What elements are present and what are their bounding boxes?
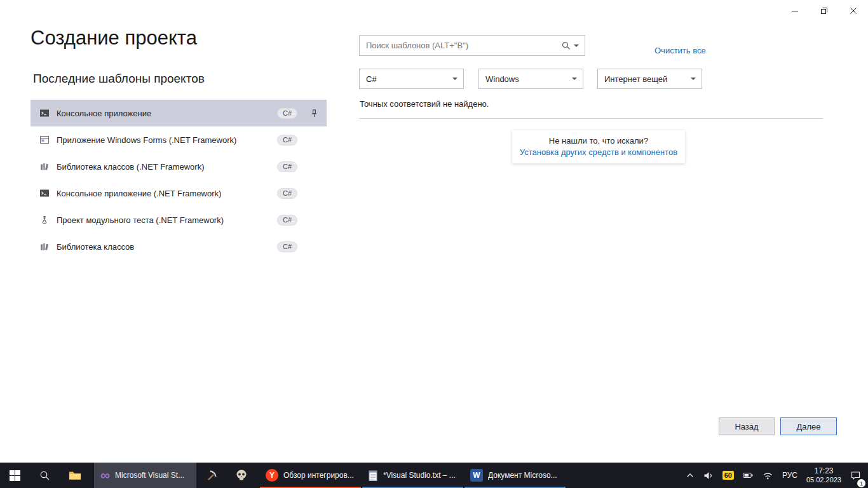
chevron-up-icon bbox=[686, 471, 695, 479]
taskbar-app-yandex-browser[interactable]: Y Обзор интегриров... bbox=[259, 463, 362, 488]
template-label: Проект модульного теста (.NET Framework) bbox=[57, 215, 277, 225]
search-icon bbox=[39, 470, 50, 481]
tray-overflow-button[interactable] bbox=[681, 463, 699, 488]
pickaxe-icon bbox=[205, 469, 218, 482]
screen: Создание проекта Последние шаблоны проек… bbox=[0, 0, 868, 488]
battery-percent-badge[interactable]: 60 bbox=[718, 463, 738, 488]
platform-filter-value: Windows bbox=[485, 74, 519, 84]
back-button[interactable]: Назад bbox=[719, 417, 775, 435]
language-badge: C# bbox=[277, 135, 297, 146]
template-label: Консольное приложение bbox=[57, 109, 277, 118]
winforms-app-icon bbox=[39, 135, 50, 145]
wifi-icon bbox=[763, 471, 773, 480]
platform-filter-dropdown[interactable]: Windows bbox=[478, 69, 583, 89]
restore-button[interactable] bbox=[810, 0, 839, 21]
template-label: Библиотека классов (.NET Framework) bbox=[57, 162, 277, 172]
language-badge: C# bbox=[277, 188, 297, 199]
skull-icon bbox=[235, 469, 248, 482]
language-badge: C# bbox=[277, 241, 297, 252]
yandex-browser-icon: Y bbox=[266, 469, 278, 482]
search-input[interactable] bbox=[360, 41, 561, 50]
project-type-filter-dropdown[interactable]: Интернет вещей bbox=[597, 69, 702, 89]
template-label: Приложение Windows Forms (.NET Framework… bbox=[57, 135, 277, 145]
tray-date: 05.02.2023 bbox=[806, 475, 841, 484]
template-label: Консольное приложение (.NET Framework) bbox=[57, 189, 277, 198]
taskbar-app-label: Обзор интегриров... bbox=[283, 471, 354, 480]
battery-button[interactable] bbox=[738, 463, 758, 488]
minimize-icon bbox=[790, 6, 800, 16]
install-components-link[interactable]: Установка других средств и компонентов bbox=[519, 147, 679, 157]
chevron-down-icon bbox=[452, 78, 458, 83]
template-row-console-app-netfx[interactable]: Консольное приложение (.NET Framework) C… bbox=[31, 180, 327, 207]
chevron-down-icon bbox=[572, 78, 577, 83]
language-badge: C# bbox=[277, 161, 297, 172]
template-row-unit-test-netfx[interactable]: Проект модульного теста (.NET Framework)… bbox=[31, 207, 327, 233]
language-badge: C# bbox=[277, 108, 297, 119]
folder-icon bbox=[69, 470, 81, 481]
restore-icon bbox=[819, 6, 829, 16]
unit-test-icon bbox=[39, 215, 50, 225]
template-label: Библиотека классов bbox=[57, 242, 277, 252]
search-icon bbox=[561, 41, 571, 50]
taskbar-app-word[interactable]: W Документ Microso... bbox=[464, 463, 566, 488]
taskbar-app-skull-game[interactable] bbox=[226, 463, 256, 488]
clear-all-link[interactable]: Очистить все bbox=[654, 46, 706, 55]
minimize-button[interactable] bbox=[780, 0, 810, 21]
results-divider bbox=[359, 118, 823, 119]
action-center-button[interactable]: 1 bbox=[846, 463, 865, 488]
speaker-icon bbox=[703, 471, 714, 480]
language-code: РУС bbox=[782, 471, 797, 480]
pin-icon[interactable] bbox=[305, 109, 323, 118]
battery-icon bbox=[743, 470, 754, 480]
language-badge: C# bbox=[277, 215, 297, 226]
console-app-icon bbox=[39, 108, 50, 118]
system-tray: 60 РУС 17:23 05.02.2023 1 bbox=[681, 463, 868, 488]
taskbar-app-pickaxe-game[interactable] bbox=[196, 463, 226, 488]
project-type-filter-value: Интернет вещей bbox=[604, 74, 667, 84]
volume-button[interactable] bbox=[699, 463, 718, 488]
taskbar: ∞ Microsoft Visual St... Y Обзор интегри… bbox=[0, 463, 868, 488]
recent-template-list: Консольное приложение C# Приложение Wind… bbox=[31, 100, 327, 260]
language-indicator[interactable]: РУС bbox=[778, 463, 802, 488]
start-button[interactable] bbox=[0, 463, 30, 488]
language-filter-dropdown[interactable]: C# bbox=[359, 69, 464, 89]
close-icon bbox=[848, 6, 858, 16]
template-row-class-library[interactable]: Библиотека классов C# bbox=[31, 233, 327, 260]
console-app-icon bbox=[39, 188, 50, 198]
word-icon: W bbox=[470, 469, 483, 482]
page-title: Создание проекта bbox=[31, 27, 197, 50]
visual-studio-icon: ∞ bbox=[100, 469, 110, 482]
template-row-winforms-app[interactable]: Приложение Windows Forms (.NET Framework… bbox=[31, 126, 327, 153]
class-library-icon bbox=[39, 161, 50, 172]
windows-logo-icon bbox=[10, 470, 20, 481]
taskbar-app-label: *Visual Studio.txt – ... bbox=[383, 471, 456, 480]
no-results-message: Точных соответствий не найдено. bbox=[360, 99, 489, 109]
taskbar-search-button[interactable] bbox=[30, 463, 60, 488]
taskbar-app-visual-studio[interactable]: ∞ Microsoft Visual St... bbox=[94, 463, 196, 488]
class-library-icon bbox=[39, 241, 50, 252]
notification-count-badge: 1 bbox=[857, 479, 865, 487]
template-row-console-app[interactable]: Консольное приложение C# bbox=[31, 100, 327, 126]
recent-templates-header: Последние шаблоны проектов bbox=[33, 72, 205, 86]
network-button[interactable] bbox=[758, 463, 778, 488]
taskbar-app-label: Документ Microso... bbox=[488, 471, 557, 480]
not-found-card: Не нашли то, что искали? Установка други… bbox=[512, 130, 685, 163]
notepad-icon bbox=[368, 470, 378, 482]
file-explorer-button[interactable] bbox=[60, 463, 90, 488]
clock[interactable]: 17:23 05.02.2023 bbox=[802, 463, 846, 488]
template-row-class-library-netfx[interactable]: Библиотека классов (.NET Framework) C# bbox=[31, 153, 327, 180]
tray-time: 17:23 bbox=[806, 466, 841, 475]
language-filter-value: C# bbox=[366, 74, 377, 84]
template-search-box bbox=[359, 35, 585, 56]
chevron-down-icon bbox=[691, 78, 696, 83]
close-button[interactable] bbox=[839, 0, 868, 21]
search-dropdown-arrow-icon bbox=[574, 44, 579, 50]
not-found-title: Не нашли то, что искали? bbox=[519, 136, 679, 146]
battery-percent-value: 60 bbox=[722, 471, 734, 480]
window-controls bbox=[780, 0, 868, 21]
search-button[interactable] bbox=[561, 41, 585, 50]
taskbar-app-label: Microsoft Visual St... bbox=[115, 471, 184, 480]
next-button[interactable]: Далее bbox=[780, 417, 837, 435]
taskbar-app-notepad[interactable]: *Visual Studio.txt – ... bbox=[362, 463, 464, 488]
